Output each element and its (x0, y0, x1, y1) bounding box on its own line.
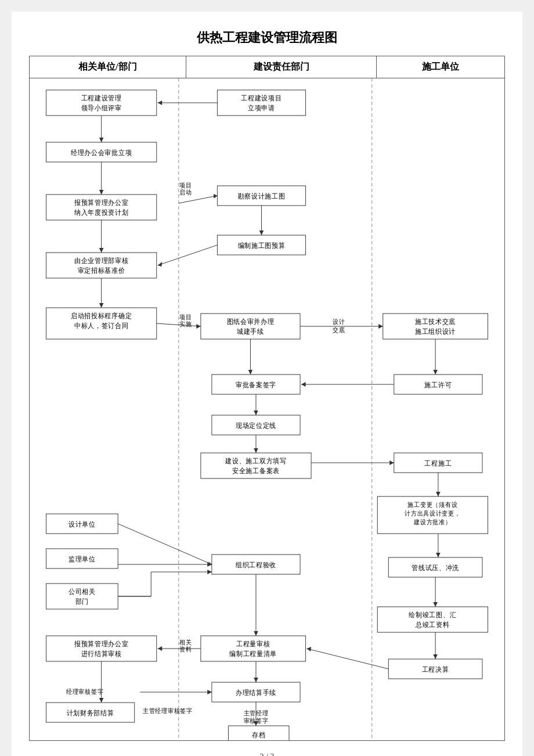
svg-text:建设方批准）: 建设方批准） (413, 519, 451, 525)
svg-text:建设、施工双方填写: 建设、施工双方填写 (225, 457, 286, 465)
svg-rect-72 (388, 659, 482, 679)
header-right: 施工单位 (377, 56, 504, 78)
svg-rect-27 (46, 703, 135, 722)
svg-marker-91 (99, 303, 104, 308)
svg-line-82 (179, 196, 218, 203)
svg-marker-115 (436, 553, 441, 557)
svg-line-116 (118, 524, 212, 564)
svg-text:现场定位定线: 现场定位定线 (236, 422, 276, 430)
svg-text:资料: 资料 (179, 646, 192, 653)
svg-rect-39 (212, 375, 300, 394)
svg-text:工程施工: 工程施工 (424, 460, 452, 467)
svg-text:安全施工备案表: 安全施工备案表 (232, 467, 280, 475)
svg-text:工程建设管理: 工程建设管理 (81, 95, 122, 102)
flow-diagram-svg: 工程建设管理 领导小组评审 经理办公会审批立项 报预算管理办公室 纳入年度投资计… (30, 78, 504, 740)
svg-rect-10 (46, 253, 157, 278)
svg-text:工程建设项目: 工程建设项目 (241, 95, 282, 102)
svg-text:图纸会审并办理: 图纸会审并办理 (227, 318, 275, 326)
svg-text:领导小组评审: 领导小组评审 (81, 104, 122, 112)
svg-text:项目: 项目 (179, 182, 192, 189)
svg-rect-46 (212, 555, 300, 574)
svg-rect-5 (46, 142, 157, 162)
svg-text:相关: 相关 (179, 639, 192, 646)
header-row: 相关单位/部门 建设责任部门 施工单位 (30, 56, 504, 78)
svg-marker-75 (158, 100, 163, 105)
svg-rect-29 (217, 90, 305, 116)
svg-marker-111 (389, 460, 394, 465)
svg-text:工程量审核: 工程量审核 (236, 640, 270, 648)
svg-rect-59 (394, 375, 482, 394)
svg-rect-16 (46, 514, 118, 534)
svg-marker-140 (207, 690, 212, 694)
svg-rect-23 (46, 636, 157, 661)
svg-text:组织工程验收: 组织工程验收 (236, 561, 276, 569)
svg-text:办理结算手续: 办理结算手续 (236, 689, 276, 697)
svg-rect-36 (201, 314, 300, 339)
header-middle: 建设责任部门 (186, 56, 377, 78)
svg-text:管线试压、冲洗: 管线试压、冲洗 (412, 564, 459, 572)
svg-text:经理办公会审批立项: 经理办公会审批立项 (71, 149, 132, 157)
svg-text:审批备案签字: 审批备案签字 (236, 381, 276, 389)
svg-text:计方出具设计变更，: 计方出具设计变更， (405, 510, 460, 517)
svg-marker-95 (196, 324, 201, 329)
svg-marker-142 (99, 698, 104, 703)
svg-rect-7 (46, 195, 157, 220)
svg-marker-121 (207, 570, 212, 574)
svg-text:审定招标基准价: 审定招标基准价 (78, 267, 125, 275)
svg-text:启动: 启动 (179, 189, 192, 196)
svg-text:设计: 设计 (333, 318, 345, 325)
svg-marker-77 (99, 138, 104, 142)
page-title: 供热工程建设管理流程图 (29, 29, 505, 46)
svg-text:工程决算: 工程决算 (422, 666, 449, 674)
svg-rect-34 (217, 235, 305, 255)
svg-text:主管经理: 主管经理 (244, 710, 269, 717)
svg-text:项目: 项目 (179, 314, 192, 321)
svg-rect-18 (46, 549, 118, 568)
svg-text:施工组织设计: 施工组织设计 (415, 328, 456, 336)
svg-marker-103 (248, 370, 253, 375)
svg-rect-63 (377, 496, 488, 534)
svg-text:报预算管理办公室: 报预算管理办公室 (74, 640, 129, 648)
svg-marker-127 (433, 654, 438, 659)
page: 供热工程建设管理流程图 相关单位/部门 建设责任部门 施工单位 工程建设管理 领… (12, 12, 522, 756)
svg-marker-105 (301, 382, 306, 387)
svg-rect-61 (394, 453, 482, 473)
svg-rect-69 (377, 607, 488, 632)
svg-rect-20 (46, 584, 118, 609)
svg-marker-89 (99, 248, 104, 253)
svg-text:总竣工资料: 总竣工资料 (415, 621, 449, 629)
svg-text:中标人，签订合同: 中标人，签订合同 (74, 322, 129, 330)
svg-text:公司相关: 公司相关 (68, 588, 96, 596)
svg-rect-43 (201, 453, 311, 478)
svg-marker-107 (254, 411, 258, 415)
svg-marker-87 (158, 262, 163, 267)
svg-text:交底: 交底 (333, 326, 345, 333)
svg-marker-129 (306, 647, 311, 651)
svg-rect-41 (212, 415, 300, 435)
svg-marker-99 (378, 324, 383, 329)
svg-rect-51 (212, 682, 300, 702)
svg-text:施工许可: 施工许可 (424, 381, 452, 389)
svg-marker-83 (214, 194, 218, 199)
svg-text:监理单位: 监理单位 (68, 556, 96, 563)
diagram-container: 相关单位/部门 建设责任部门 施工单位 工程建设管理 领导小组评审 经理办公会审… (29, 56, 505, 741)
svg-text:绘制竣工图、汇: 绘制竣工图、汇 (409, 611, 456, 619)
svg-text:设计单位: 设计单位 (68, 521, 96, 528)
svg-rect-32 (217, 186, 305, 206)
svg-marker-85 (259, 231, 264, 235)
svg-text:审核签字: 审核签字 (244, 717, 269, 724)
page-number: 2 / 3 (29, 753, 505, 756)
svg-text:施工技术交底: 施工技术交底 (415, 318, 456, 326)
svg-text:由企业管理部审核: 由企业管理部审核 (74, 257, 129, 265)
svg-marker-123 (433, 602, 438, 607)
svg-marker-131 (158, 646, 163, 651)
svg-text:进行结算审核: 进行结算审核 (81, 650, 122, 658)
svg-marker-119 (207, 562, 212, 567)
svg-text:计划财务部结算: 计划财务部结算 (67, 709, 114, 717)
svg-rect-56 (383, 314, 488, 339)
svg-text:实施: 实施 (179, 321, 192, 327)
svg-rect-48 (201, 636, 306, 661)
svg-text:存档: 存档 (252, 732, 265, 739)
svg-line-128 (306, 649, 388, 669)
svg-rect-67 (388, 557, 482, 577)
